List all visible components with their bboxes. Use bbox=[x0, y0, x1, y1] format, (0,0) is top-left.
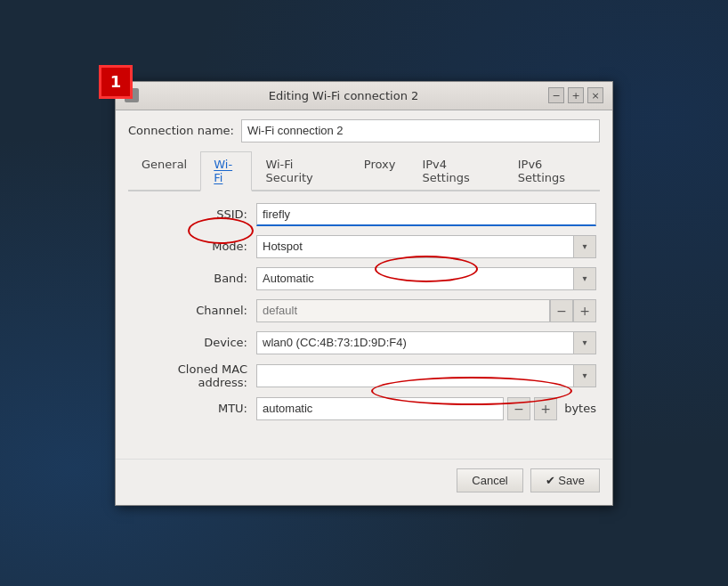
tab-wifi-security[interactable]: Wi-Fi Security bbox=[252, 151, 350, 191]
outer-wrapper: 1 Editing Wi-Fi connection 2 − + × Conne… bbox=[115, 81, 613, 506]
tab-proxy[interactable]: Proxy bbox=[351, 151, 409, 191]
band-select[interactable]: Automatic A (5 GHz) B/G (2.4 GHz) bbox=[256, 267, 596, 290]
channel-label: Channel: bbox=[132, 304, 256, 317]
minimize-button[interactable]: − bbox=[548, 87, 564, 103]
cloned-mac-row: Cloned MAC address: ▾ bbox=[132, 362, 596, 389]
dialog-title: Editing Wi-Fi connection 2 bbox=[139, 89, 548, 102]
connection-name-input[interactable] bbox=[241, 119, 600, 142]
ssid-control bbox=[256, 203, 596, 226]
maximize-button[interactable]: + bbox=[568, 87, 584, 103]
mtu-row: MTU: − + bytes bbox=[132, 396, 596, 421]
titlebar: Editing Wi-Fi connection 2 − + × bbox=[116, 82, 612, 110]
tab-ipv4[interactable]: IPv4 Settings bbox=[408, 151, 504, 191]
dialog-footer: Cancel ✔ Save bbox=[116, 459, 612, 505]
mtu-input[interactable] bbox=[256, 397, 504, 420]
cloned-mac-select[interactable] bbox=[256, 364, 596, 387]
mode-control: Infrastructure Hotspot Ad-hoc ▾ bbox=[256, 235, 596, 258]
save-button[interactable]: ✔ Save bbox=[530, 468, 600, 492]
device-select[interactable]: wlan0 (CC:4B:73:1D:9D:F4) bbox=[256, 331, 596, 354]
tab-general[interactable]: General bbox=[128, 151, 200, 191]
mtu-control: − + bytes bbox=[256, 397, 596, 420]
dialog-content: Connection name: General Wi-Fi Wi-Fi Sec… bbox=[116, 110, 612, 441]
tab-wifi[interactable]: Wi-Fi bbox=[200, 151, 252, 191]
wifi-form: SSID: Mode: Infrastructure Hotspot Ad-ho bbox=[128, 202, 600, 421]
tab-ipv6[interactable]: IPv6 Settings bbox=[505, 151, 600, 191]
mtu-label: MTU: bbox=[132, 402, 256, 415]
mode-label: Mode: bbox=[132, 240, 256, 253]
band-select-wrapper: Automatic A (5 GHz) B/G (2.4 GHz) ▾ bbox=[256, 267, 596, 290]
mtu-plus-button[interactable]: + bbox=[534, 397, 557, 420]
mode-row: Mode: Infrastructure Hotspot Ad-hoc ▾ bbox=[132, 234, 596, 259]
channel-plus-button[interactable]: + bbox=[573, 299, 596, 322]
ssid-input[interactable] bbox=[256, 203, 596, 226]
dialog: Editing Wi-Fi connection 2 − + × Connect… bbox=[115, 81, 613, 506]
mtu-unit: bytes bbox=[561, 402, 596, 415]
close-button[interactable]: × bbox=[587, 87, 603, 103]
tabs: General Wi-Fi Wi-Fi Security Proxy IPv4 … bbox=[128, 150, 600, 191]
mode-select[interactable]: Infrastructure Hotspot Ad-hoc bbox=[256, 235, 596, 258]
ssid-label: SSID: bbox=[132, 208, 256, 221]
channel-control: − + bbox=[256, 299, 596, 322]
mtu-minus-button[interactable]: − bbox=[507, 397, 530, 420]
ssid-row: SSID: bbox=[132, 202, 596, 227]
channel-row: Channel: − + bbox=[132, 298, 596, 323]
device-select-wrapper: wlan0 (CC:4B:73:1D:9D:F4) ▾ bbox=[256, 331, 596, 354]
cloned-mac-control: ▾ bbox=[256, 364, 596, 387]
cancel-button[interactable]: Cancel bbox=[457, 468, 522, 492]
band-row: Band: Automatic A (5 GHz) B/G (2.4 GHz) … bbox=[132, 266, 596, 291]
connection-name-row: Connection name: bbox=[128, 119, 600, 142]
device-row: Device: wlan0 (CC:4B:73:1D:9D:F4) ▾ bbox=[132, 330, 596, 355]
channel-row-inner: − + bbox=[256, 299, 596, 322]
cloned-mac-select-wrapper: ▾ bbox=[256, 364, 596, 387]
band-label: Band: bbox=[132, 272, 256, 285]
mtu-row-inner: − + bytes bbox=[256, 397, 596, 420]
badge-1: 1 bbox=[99, 65, 133, 99]
connection-name-label: Connection name: bbox=[128, 124, 234, 137]
mode-select-wrapper: Infrastructure Hotspot Ad-hoc ▾ bbox=[256, 235, 596, 258]
device-control: wlan0 (CC:4B:73:1D:9D:F4) ▾ bbox=[256, 331, 596, 354]
channel-input[interactable] bbox=[256, 299, 550, 322]
titlebar-controls: − + × bbox=[548, 87, 603, 103]
band-control: Automatic A (5 GHz) B/G (2.4 GHz) ▾ bbox=[256, 267, 596, 290]
device-label: Device: bbox=[132, 336, 256, 349]
channel-minus-button[interactable]: − bbox=[550, 299, 573, 322]
cloned-mac-label: Cloned MAC address: bbox=[132, 362, 256, 389]
